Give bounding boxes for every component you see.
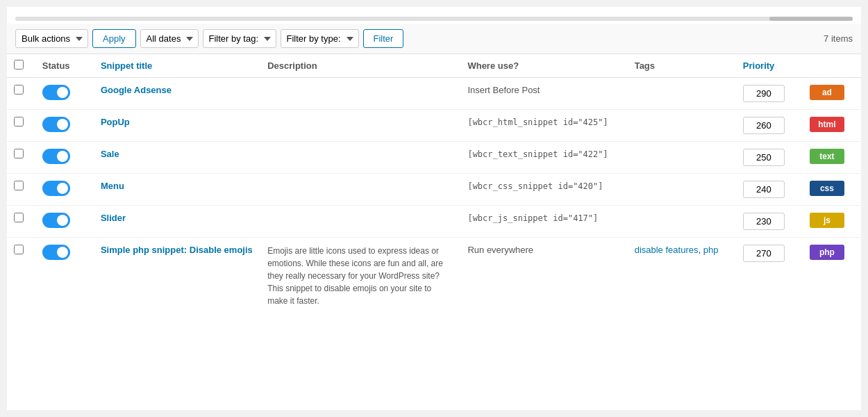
row-title-cell: Slider bbox=[94, 206, 260, 238]
priority-input[interactable] bbox=[743, 117, 785, 134]
snippet-title-link[interactable]: PopUp bbox=[101, 117, 130, 127]
select-all-checkbox[interactable] bbox=[14, 60, 24, 70]
toggle-switch[interactable] bbox=[42, 117, 70, 132]
row-checkbox[interactable] bbox=[14, 181, 24, 190]
col-header-title: Snippet title bbox=[94, 54, 260, 78]
col-header-priority: Priority bbox=[736, 54, 803, 78]
row-checkbox-cell bbox=[7, 206, 35, 238]
row-priority-cell bbox=[736, 110, 803, 142]
row-priority-cell bbox=[736, 206, 803, 238]
snippet-title-link[interactable]: Simple php snippet: Disable emojis bbox=[101, 245, 253, 255]
toggle-slider bbox=[42, 149, 70, 164]
row-where-text: Insert Before Post bbox=[467, 85, 540, 95]
row-status-cell bbox=[35, 110, 94, 142]
tag-link[interactable]: php bbox=[703, 245, 719, 255]
priority-input[interactable] bbox=[743, 245, 785, 262]
type-badge: php bbox=[810, 245, 844, 260]
toggle-slider bbox=[42, 213, 70, 228]
row-type-cell: html bbox=[803, 110, 861, 142]
row-checkbox[interactable] bbox=[14, 213, 24, 222]
row-tags-cell bbox=[628, 206, 736, 238]
row-description-text: Emojis are little icons used to express … bbox=[267, 245, 453, 307]
row-type-cell: ad bbox=[803, 78, 861, 110]
row-where-text: Run everywhere bbox=[467, 245, 533, 255]
row-where-cell: Insert Before Post bbox=[460, 78, 627, 110]
priority-input[interactable] bbox=[743, 181, 785, 198]
row-tags-cell bbox=[628, 174, 736, 206]
row-title-cell: Sale bbox=[94, 142, 260, 174]
row-where-text: [wbcr_html_snippet id="425"] bbox=[467, 117, 608, 127]
row-status-cell bbox=[35, 174, 94, 206]
toggle-switch[interactable] bbox=[42, 213, 70, 228]
row-status-cell bbox=[35, 142, 94, 174]
row-title-cell: PopUp bbox=[94, 110, 260, 142]
row-tags-cell bbox=[628, 142, 736, 174]
col-check-all bbox=[7, 54, 35, 78]
row-status-cell bbox=[35, 78, 94, 110]
table-row: Sale[wbcr_text_snippet id="422"]text bbox=[7, 142, 861, 174]
scrollbar-thumb[interactable] bbox=[769, 17, 853, 21]
row-description-cell: Emojis are little icons used to express … bbox=[260, 238, 460, 315]
toggle-slider bbox=[42, 181, 70, 196]
row-where-text: [wbcr_css_snippet id="420"] bbox=[467, 181, 603, 191]
toggle-switch[interactable] bbox=[42, 149, 70, 164]
col-header-description: Description bbox=[260, 54, 460, 78]
priority-input[interactable] bbox=[743, 85, 785, 102]
row-type-cell: css bbox=[803, 174, 861, 206]
scrollbar-hint bbox=[15, 17, 853, 21]
toggle-switch[interactable] bbox=[42, 181, 70, 196]
table-header-row: Status Snippet title Description Where u… bbox=[7, 54, 861, 78]
col-header-type bbox=[803, 54, 861, 78]
table-row: Slider[wbcr_js_snippet id="417"]js bbox=[7, 206, 861, 238]
type-badge: css bbox=[810, 181, 844, 196]
snippet-title-link[interactable]: Google Adsense bbox=[101, 85, 172, 95]
priority-input[interactable] bbox=[743, 149, 785, 166]
row-priority-cell bbox=[736, 238, 803, 315]
row-where-text: [wbcr_js_snippet id="417"] bbox=[467, 213, 598, 223]
type-badge: text bbox=[810, 149, 844, 164]
tag-link[interactable]: disable features bbox=[635, 245, 699, 255]
row-priority-cell bbox=[736, 142, 803, 174]
row-checkbox[interactable] bbox=[14, 149, 24, 158]
toggle-slider bbox=[42, 117, 70, 132]
filter-button[interactable]: Filter bbox=[363, 29, 404, 48]
row-tags-cell bbox=[628, 110, 736, 142]
filter-by-type-select[interactable]: Filter by type: bbox=[281, 30, 358, 47]
row-checkbox-cell bbox=[7, 174, 35, 206]
row-priority-cell bbox=[736, 174, 803, 206]
bulk-actions-select[interactable]: Bulk actions bbox=[16, 30, 87, 47]
snippet-title-link[interactable]: Slider bbox=[101, 213, 126, 223]
row-where-cell: [wbcr_css_snippet id="420"] bbox=[460, 174, 627, 206]
row-where-cell: [wbcr_js_snippet id="417"] bbox=[460, 206, 627, 238]
priority-input[interactable] bbox=[743, 213, 785, 230]
table-row: PopUp[wbcr_html_snippet id="425"]html bbox=[7, 110, 861, 142]
type-badge: html bbox=[810, 117, 844, 132]
row-checkbox[interactable] bbox=[14, 117, 24, 126]
row-where-cell: [wbcr_text_snippet id="422"] bbox=[460, 142, 627, 174]
row-description-cell bbox=[260, 206, 460, 238]
row-where-text: [wbcr_text_snippet id="422"] bbox=[467, 149, 608, 159]
row-type-cell: text bbox=[803, 142, 861, 174]
snippet-title-link[interactable]: Menu bbox=[101, 181, 124, 191]
row-checkbox[interactable] bbox=[14, 85, 24, 95]
snippet-title-link[interactable]: Sale bbox=[101, 149, 119, 159]
row-checkbox[interactable] bbox=[14, 245, 24, 254]
row-description-cell bbox=[260, 142, 460, 174]
type-badge: ad bbox=[810, 85, 844, 100]
row-type-cell: js bbox=[803, 206, 861, 238]
snippets-table: Status Snippet title Description Where u… bbox=[7, 54, 861, 314]
page-wrapper: Bulk actions Apply All dates Filter by t… bbox=[7, 7, 861, 410]
row-checkbox-cell bbox=[7, 78, 35, 110]
row-status-cell bbox=[35, 206, 94, 238]
col-header-tags: Tags bbox=[628, 54, 736, 78]
apply-button[interactable]: Apply bbox=[92, 29, 136, 48]
row-description-cell bbox=[260, 174, 460, 206]
all-dates-select[interactable]: All dates bbox=[141, 30, 198, 47]
row-tags-cell bbox=[628, 78, 736, 110]
toggle-switch[interactable] bbox=[42, 245, 70, 260]
type-badge: js bbox=[810, 213, 844, 228]
col-header-status: Status bbox=[35, 54, 94, 78]
table-row: Simple php snippet: Disable emojisEmojis… bbox=[7, 238, 861, 315]
filter-by-tag-select[interactable]: Filter by tag: bbox=[203, 30, 276, 47]
toggle-switch[interactable] bbox=[42, 85, 70, 100]
